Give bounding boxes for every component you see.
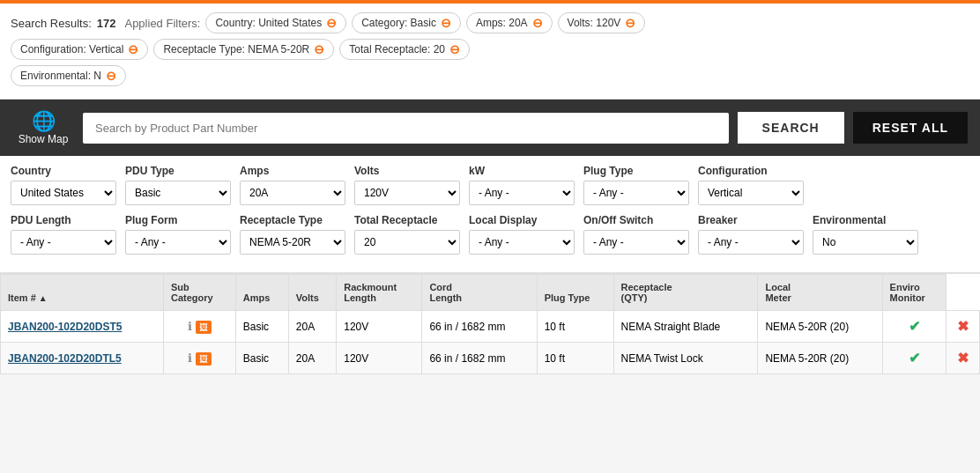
cell-volts: 120V — [337, 343, 422, 374]
cell-local-meter: ✔ — [882, 311, 946, 343]
table-row: JBAN200-102D20DTL5 ℹ 🖼 Basic 20A 120V 66… — [1, 343, 980, 374]
search-results-text: Search Results: — [11, 17, 92, 30]
cell-item: JBAN200-102D20DST5 — [1, 311, 164, 343]
remove-volts-filter[interactable]: ⊖ — [625, 16, 635, 30]
environmental-select[interactable]: No — [813, 230, 918, 255]
on-off-switch-label: On/Off Switch — [583, 214, 689, 226]
th-cord: CordLength — [422, 275, 537, 311]
table-row: JBAN200-102D20DST5 ℹ 🖼 Basic 20A 120V 66… — [1, 311, 980, 343]
cell-receptacle: NEMA 5-20R (20) — [758, 311, 882, 343]
local-display-filter-group: Local Display - Any - — [469, 214, 575, 255]
th-amps: Amps — [235, 275, 288, 311]
configuration-label: Configuration — [698, 165, 804, 177]
cell-cord: 10 ft — [537, 311, 613, 343]
th-local-meter: LocalMeter — [758, 275, 882, 311]
th-volts: Volts — [288, 275, 336, 311]
results-table-wrapper: Item # ▲ SubCategory Amps Volts Rackmoun… — [0, 274, 980, 374]
reset-all-button[interactable]: RESET ALL — [853, 112, 968, 144]
cell-plug-type: NEMA Twist Lock — [613, 343, 758, 374]
kw-label: kW — [469, 165, 575, 177]
info-icon[interactable]: ℹ — [188, 351, 192, 365]
country-select[interactable]: United States — [11, 181, 116, 205]
remove-environmental-filter[interactable]: ⊖ — [106, 69, 116, 83]
table-header-row: Item # ▲ SubCategory Amps Volts Rackmoun… — [1, 275, 980, 311]
applied-filters-label: Applied Filters: — [124, 17, 200, 30]
remove-total-receptacle-filter[interactable]: ⊖ — [449, 42, 460, 56]
remove-category-filter[interactable]: ⊖ — [441, 16, 451, 30]
plug-type-select[interactable]: - Any - — [583, 181, 689, 205]
filters-bar: Country United States PDU Type Basic Amp… — [0, 156, 980, 274]
show-map-label: Show Map — [19, 133, 69, 145]
th-item[interactable]: Item # ▲ — [1, 275, 164, 311]
check-icon: ✔ — [909, 319, 920, 334]
amps-label: Amps — [240, 165, 345, 177]
pdu-type-filter-group: PDU Type Basic — [125, 165, 231, 205]
plug-form-filter-group: Plug Form - Any - — [125, 214, 231, 255]
configuration-select[interactable]: Vertical — [698, 181, 804, 205]
local-display-select[interactable]: - Any - — [469, 230, 575, 255]
filter-tag-category: Category: Basic ⊖ — [352, 12, 461, 33]
image-icon[interactable]: 🖼 — [196, 321, 212, 334]
receptacle-type-select[interactable]: NEMA 5-20R — [240, 230, 345, 255]
search-section: 🌐 Show Map SEARCH RESET ALL — [0, 100, 980, 156]
filter-row-1: Country United States PDU Type Basic Amp… — [11, 165, 969, 205]
pdu-type-select[interactable]: Basic — [125, 181, 231, 205]
country-filter-group: Country United States — [11, 165, 116, 205]
plug-form-select[interactable]: - Any - — [125, 230, 231, 255]
remove-country-filter[interactable]: ⊖ — [326, 16, 337, 30]
filter-tag-country: Country: United States ⊖ — [205, 12, 346, 33]
cell-subcategory: Basic — [235, 343, 288, 374]
kw-filter-group: kW - Any - — [469, 165, 575, 205]
filter-row-2: PDU Length - Any - Plug Form - Any - Rec… — [11, 214, 969, 255]
amps-select[interactable]: 20A — [240, 181, 345, 205]
remove-receptacle-type-filter[interactable]: ⊖ — [314, 42, 324, 56]
receptacle-type-filter-group: Receptacle Type NEMA 5-20R — [240, 214, 345, 255]
info-icon[interactable]: ℹ — [188, 320, 192, 333]
cell-amps: 20A — [288, 343, 336, 374]
total-receptacle-select[interactable]: 20 — [354, 230, 460, 255]
volts-label: Volts — [354, 165, 460, 177]
cell-plug-type: NEMA Straight Blade — [613, 311, 758, 343]
remove-amps-filter[interactable]: ⊖ — [532, 16, 543, 30]
show-map-button[interactable]: 🌐 Show Map — [12, 110, 74, 145]
volts-filter-group: Volts 120V — [354, 165, 460, 205]
cell-volts: 120V — [337, 311, 422, 343]
kw-select[interactable]: - Any - — [469, 181, 575, 205]
pdu-length-select[interactable]: - Any - — [11, 230, 116, 255]
breaker-filter-group: Breaker - Any - — [698, 214, 804, 255]
plug-form-label: Plug Form — [125, 214, 231, 226]
th-rackmount: RackmountLength — [337, 275, 422, 311]
on-off-switch-filter-group: On/Off Switch - Any - — [583, 214, 689, 255]
image-icon[interactable]: 🖼 — [196, 352, 212, 366]
th-subcategory: SubCategory — [164, 275, 236, 311]
search-button[interactable]: SEARCH — [738, 112, 844, 144]
cell-receptacle: NEMA 5-20R (20) — [758, 343, 882, 374]
environmental-label: Environmental — [813, 214, 918, 226]
filters-row-3: Environmental: N ⊖ — [11, 65, 969, 86]
filters-section: Search Results: 172 Applied Filters: Cou… — [0, 4, 980, 100]
check-icon: ✔ — [909, 351, 920, 366]
search-results-label: Search Results: 172 — [11, 17, 115, 30]
breaker-select[interactable]: - Any - — [698, 230, 804, 255]
filters-row-2: Configuration: Vertical ⊖ Receptacle Typ… — [11, 39, 969, 60]
amps-filter-group: Amps 20A — [240, 165, 345, 205]
item-link[interactable]: JBAN200-102D20DST5 — [8, 321, 122, 333]
receptacle-type-label: Receptacle Type — [240, 214, 345, 226]
remove-configuration-filter[interactable]: ⊖ — [128, 42, 138, 56]
filter-tag-amps: Amps: 20A ⊖ — [466, 12, 553, 33]
cell-rackmount: 66 in / 1682 mm — [422, 311, 537, 343]
x-icon: ✖ — [957, 319, 969, 334]
volts-select[interactable]: 120V — [354, 181, 460, 205]
on-off-switch-select[interactable]: - Any - — [583, 230, 689, 255]
result-count: 172 — [97, 17, 116, 30]
cell-cord: 10 ft — [537, 343, 613, 374]
local-display-label: Local Display — [469, 214, 575, 226]
filters-row: Search Results: 172 Applied Filters: Cou… — [11, 12, 969, 33]
x-icon: ✖ — [957, 351, 969, 366]
cell-enviro: ✖ — [947, 311, 980, 343]
pdu-length-label: PDU Length — [11, 214, 116, 226]
item-link[interactable]: JBAN200-102D20DTL5 — [8, 352, 122, 365]
search-input[interactable] — [83, 113, 729, 144]
pdu-length-filter-group: PDU Length - Any - — [11, 214, 116, 255]
filter-tag-total-receptacle: Total Receptacle: 20 ⊖ — [339, 39, 470, 60]
